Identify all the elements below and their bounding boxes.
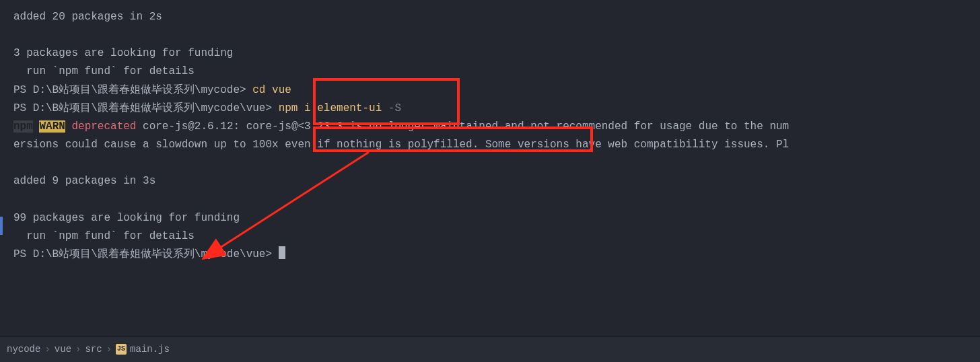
- breadcrumb-filename: main.js: [130, 344, 170, 355]
- warn-continuation: ersions could cause a slowdown up to 100…: [13, 136, 980, 154]
- command-npm-install: npm i element-ui: [272, 102, 388, 114]
- chevron-right-icon: ›: [106, 342, 112, 358]
- output-line: 3 packages are looking for funding: [13, 44, 980, 63]
- empty-line: [13, 191, 980, 209]
- output-line: run `npm fund` for details: [13, 227, 980, 246]
- chevron-right-icon: ›: [44, 342, 50, 358]
- terminal-cursor: [279, 246, 285, 259]
- chevron-right-icon: ›: [75, 342, 81, 358]
- breadcrumb-file[interactable]: JSmain.js: [116, 342, 170, 358]
- command-cd: cd vue: [246, 84, 291, 96]
- current-prompt-line[interactable]: PS D:\B站项目\跟着春姐做毕设系列\mycode\vue>: [13, 246, 980, 264]
- output-line: added 9 packages in 3s: [13, 172, 980, 190]
- breadcrumb-item[interactable]: nycode: [7, 342, 40, 358]
- output-line: added 20 packages in 2s: [13, 8, 980, 26]
- output-line: 99 packages are looking for funding: [13, 209, 980, 227]
- empty-line: [13, 154, 980, 172]
- command-line-1: PS D:\B站项目\跟着春姐做毕设系列\mycode> cd vue: [13, 81, 980, 100]
- breadcrumb-item[interactable]: vue: [55, 342, 71, 358]
- command-flag: -S: [388, 102, 401, 114]
- breadcrumb-item[interactable]: src: [85, 342, 102, 358]
- npm-warn-line: npm WARN deprecated core-js@2.6.12: core…: [13, 118, 980, 136]
- terminal-panel[interactable]: added 20 packages in 2s 3 packages are l…: [0, 0, 980, 336]
- output-line: run `npm fund` for details: [13, 63, 980, 81]
- warn-tag: WARN: [39, 120, 65, 133]
- warn-text: core-js@2.6.12: core-js@<3.23.3 is no lo…: [136, 120, 789, 133]
- deprecated-label: deprecated: [65, 120, 137, 133]
- npm-tag: npm: [13, 120, 33, 133]
- selection-indicator: [0, 217, 3, 235]
- breadcrumb-bar: nycode › vue › src › JSmain.js: [0, 336, 980, 362]
- prompt-text: PS D:\B站项目\跟着春姐做毕设系列\mycode>: [13, 84, 246, 96]
- empty-line: [13, 26, 980, 44]
- command-line-2: PS D:\B站项目\跟着春姐做毕设系列\mycode\vue> npm i e…: [13, 100, 980, 118]
- prompt-text: PS D:\B站项目\跟着春姐做毕设系列\mycode\vue>: [13, 248, 279, 260]
- js-file-icon: JS: [116, 344, 127, 355]
- prompt-text: PS D:\B站项目\跟着春姐做毕设系列\mycode\vue>: [13, 102, 272, 114]
